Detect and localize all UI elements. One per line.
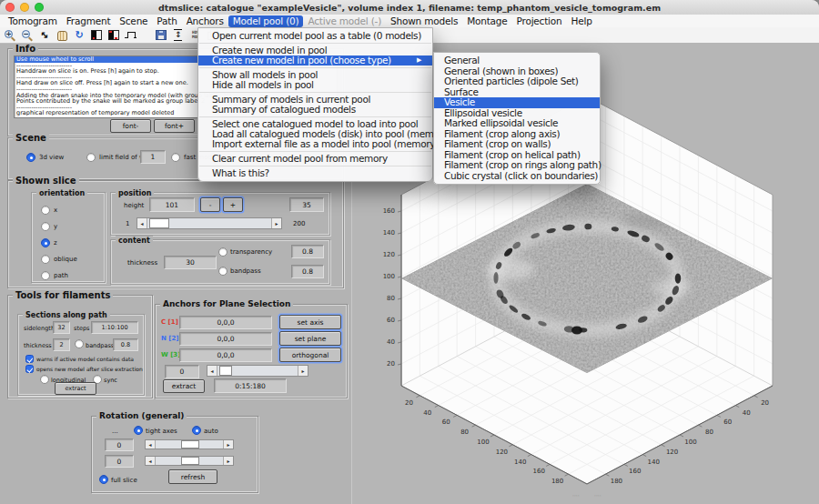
expand-icon[interactable]: ↔: [38, 29, 51, 41]
menubar-item-help[interactable]: Help: [567, 15, 597, 27]
menu-item-open-current-model-pool-as-a-table-0-mod[interactable]: Open current model pool as a table (0 mo…: [198, 31, 432, 41]
menu-item-marked-ellipsoidal-vesicle[interactable]: Marked ellipsoidal vesicle: [434, 118, 600, 129]
extract-sections-button[interactable]: extract: [55, 382, 96, 395]
hand-icon[interactable]: [56, 29, 68, 41]
font-decrease-button[interactable]: font-: [110, 119, 151, 133]
radio-orientation-oblique[interactable]: [41, 255, 50, 264]
rotation1-right-icon[interactable]: [223, 440, 233, 449]
radio-orientation-path[interactable]: [41, 271, 50, 280]
thickness-field[interactable]: 30: [164, 256, 217, 269]
rotate-3d-icon[interactable]: ↻: [73, 29, 86, 41]
anchor-angle-field[interactable]: 0: [165, 365, 199, 378]
menubar-item-fragment[interactable]: Fragment: [62, 15, 116, 27]
font-increase-button[interactable]: font+: [154, 119, 195, 133]
radio-orientation-x[interactable]: [41, 206, 50, 215]
menu-item-general[interactable]: General: [434, 55, 600, 66]
extract-plane-button[interactable]: extract: [163, 379, 205, 393]
limit-value-field[interactable]: 1: [140, 150, 166, 164]
bandpass-value-field[interactable]: 0.8: [291, 265, 324, 278]
menu-item-vesicle[interactable]: Vesicle: [434, 97, 600, 108]
position-slider-thumb[interactable]: [149, 218, 169, 228]
radio-longitudinal[interactable]: [40, 375, 49, 384]
contrast-low-icon[interactable]: [90, 29, 103, 41]
position-slider[interactable]: [136, 217, 282, 229]
bandpass-filament-field[interactable]: 0.8: [113, 338, 138, 351]
anchor-angle-slider[interactable]: [207, 365, 308, 377]
radio-orientation-z[interactable]: [41, 238, 50, 247]
menu-item-cubic-crystal-click-on-boundaries[interactable]: Cubic crystal (click on boundaries): [434, 171, 600, 182]
checkbox-opens-new-model[interactable]: [25, 365, 34, 373]
menu-item-filament-crop-on-rings-along-path[interactable]: Filament (crop on rings along path): [434, 160, 600, 171]
height-minus-button[interactable]: -: [200, 197, 220, 212]
contrast-high-icon[interactable]: [107, 29, 120, 41]
anchor-slider-left-icon[interactable]: [207, 366, 217, 376]
zoom-in-icon[interactable]: +: [4, 29, 16, 41]
zoom-out-icon[interactable]: −: [21, 29, 34, 41]
radio-bandpass-content[interactable]: [218, 267, 228, 276]
set-axis-button[interactable]: set axis: [279, 315, 341, 329]
radio-orientation-y[interactable]: [41, 222, 50, 231]
radio-3d-view[interactable]: [26, 153, 35, 162]
menubar-item-active-model[interactable]: Active model (-): [303, 15, 386, 27]
rotation1-track[interactable]: [156, 440, 223, 449]
menubar-item-montage[interactable]: Montage: [462, 15, 511, 27]
transparency-value-field[interactable]: 0.8: [291, 245, 324, 258]
anchor-n2-field[interactable]: 0,0,0: [179, 332, 272, 346]
menu-item-hide-all-models-in-pool[interactable]: Hide all models in pool: [198, 80, 432, 90]
rotation-value2-field[interactable]: 0: [105, 455, 134, 468]
menubar-item-path[interactable]: Path: [152, 15, 181, 27]
slider-left-arrow-icon[interactable]: [137, 218, 147, 228]
anchor-slider-track[interactable]: [217, 366, 298, 376]
orthogonal-button[interactable]: orthogonal: [279, 348, 341, 362]
refresh-button[interactable]: refresh: [168, 469, 217, 484]
height-value-field[interactable]: 101: [149, 197, 195, 212]
menubar-item-anchors[interactable]: Anchors: [182, 15, 228, 27]
rotation-value1-field[interactable]: 0: [105, 438, 134, 451]
radio-fast-mode[interactable]: [171, 153, 180, 162]
radio-bandpass-filament[interactable]: [75, 339, 84, 348]
vertical-range-icon[interactable]: ↕: [172, 29, 185, 41]
anchor-slider-right-icon[interactable]: [298, 366, 308, 376]
menu-item-summary-of-catalogued-models[interactable]: Summary of catalogued models: [198, 105, 432, 115]
anchor-c1-field[interactable]: 0,0,0: [179, 316, 272, 329]
position-slider-track[interactable]: [147, 218, 271, 228]
radio-transparency[interactable]: [218, 247, 228, 257]
rotation2-track[interactable]: [156, 457, 223, 465]
slider-right-arrow-icon[interactable]: [271, 218, 281, 228]
menubar-item-projection[interactable]: Projection: [512, 15, 567, 27]
menu-item-what-is-this[interactable]: What is this?: [198, 168, 432, 178]
position-max-field[interactable]: 35: [289, 197, 324, 212]
filament-thickness-field[interactable]: 2: [53, 338, 70, 351]
anchor-slider-thumb[interactable]: [219, 366, 232, 376]
menubar-item-model-pool-0[interactable]: Model pool (0): [228, 15, 304, 27]
steps-field[interactable]: 1:10:100: [91, 321, 138, 334]
checkbox-warns-active-model[interactable]: [25, 355, 34, 363]
rotation1-left-icon[interactable]: [146, 440, 156, 449]
angle-range-field[interactable]: 0:15:180: [214, 378, 287, 393]
rotation-slider2[interactable]: [145, 456, 234, 466]
height-plus-button[interactable]: +: [223, 197, 243, 212]
radio-tight-axes[interactable]: [134, 426, 143, 435]
menubar-item-shown-models[interactable]: Shown models: [386, 15, 462, 27]
set-plane-button[interactable]: set plane: [279, 331, 341, 346]
anchor-w3-field[interactable]: 0,0,0: [179, 348, 272, 362]
rotation-slider1[interactable]: [145, 439, 234, 449]
step-response-icon[interactable]: [125, 29, 137, 41]
menu-item-oriented-particles-dipole-set[interactable]: Oriented particles (dipole Set): [434, 76, 600, 87]
rotation2-left-icon[interactable]: [146, 457, 156, 465]
menubar-item-scene[interactable]: Scene: [115, 15, 152, 27]
menu-item-import-external-file-as-a-model-into-poo[interactable]: Import external file as a model into poo…: [198, 139, 432, 149]
menu-item-create-new-model-in-pool-choose-type[interactable]: Create new model in pool (choose type)▶: [198, 55, 432, 66]
radio-limit-field-of-view[interactable]: [86, 153, 96, 162]
rotation2-thumb[interactable]: [181, 457, 199, 465]
menu-item-filament-crop-on-walls[interactable]: Filament (crop on walls): [434, 139, 600, 150]
rotation2-right-icon[interactable]: [223, 457, 233, 465]
sidelength-field[interactable]: 32: [53, 321, 70, 334]
height-label: height: [124, 202, 144, 209]
radio-full-slice[interactable]: [99, 475, 108, 484]
radio-auto[interactable]: [192, 426, 201, 435]
menubar-item-tomogram[interactable]: Tomogram: [4, 15, 62, 27]
menu-item-clear-current-model-pool-from-memory[interactable]: Clear current model pool from memory: [198, 154, 432, 164]
save-icon[interactable]: [155, 29, 167, 41]
rotation1-thumb[interactable]: [181, 440, 199, 449]
